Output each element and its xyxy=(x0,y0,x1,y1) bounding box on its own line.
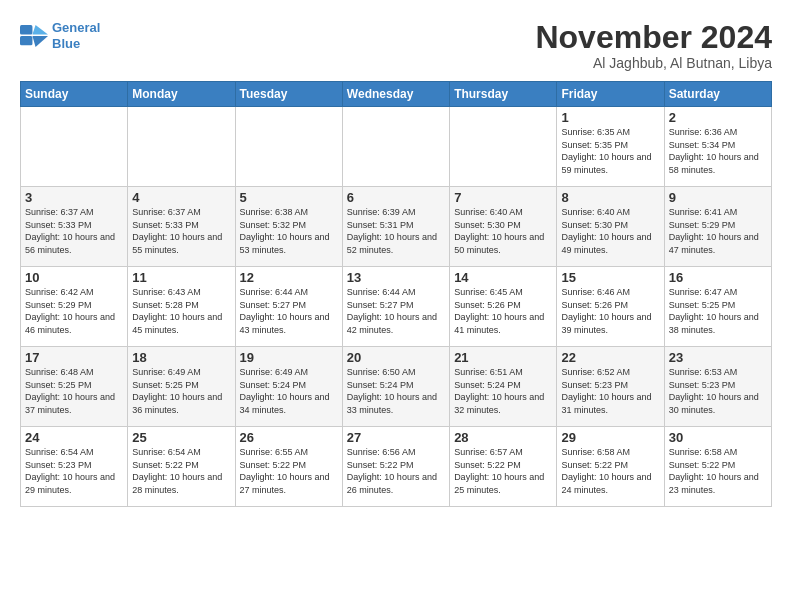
svg-marker-2 xyxy=(32,36,48,47)
day-info: Sunrise: 6:48 AM Sunset: 5:25 PM Dayligh… xyxy=(25,366,123,416)
calendar-cell: 23Sunrise: 6:53 AM Sunset: 5:23 PM Dayli… xyxy=(664,347,771,427)
logo: General Blue xyxy=(20,20,100,51)
day-number: 1 xyxy=(561,110,659,125)
day-number: 22 xyxy=(561,350,659,365)
day-info: Sunrise: 6:43 AM Sunset: 5:28 PM Dayligh… xyxy=(132,286,230,336)
calendar-cell: 16Sunrise: 6:47 AM Sunset: 5:25 PM Dayli… xyxy=(664,267,771,347)
day-number: 17 xyxy=(25,350,123,365)
day-info: Sunrise: 6:47 AM Sunset: 5:25 PM Dayligh… xyxy=(669,286,767,336)
month-title: November 2024 xyxy=(535,20,772,55)
title-block: November 2024 Al Jaghbub, Al Butnan, Lib… xyxy=(535,20,772,71)
day-info: Sunrise: 6:44 AM Sunset: 5:27 PM Dayligh… xyxy=(240,286,338,336)
day-number: 20 xyxy=(347,350,445,365)
calendar-cell: 14Sunrise: 6:45 AM Sunset: 5:26 PM Dayli… xyxy=(450,267,557,347)
day-number: 4 xyxy=(132,190,230,205)
day-number: 18 xyxy=(132,350,230,365)
calendar-cell: 5Sunrise: 6:38 AM Sunset: 5:32 PM Daylig… xyxy=(235,187,342,267)
day-info: Sunrise: 6:45 AM Sunset: 5:26 PM Dayligh… xyxy=(454,286,552,336)
day-info: Sunrise: 6:36 AM Sunset: 5:34 PM Dayligh… xyxy=(669,126,767,176)
day-info: Sunrise: 6:57 AM Sunset: 5:22 PM Dayligh… xyxy=(454,446,552,496)
day-info: Sunrise: 6:58 AM Sunset: 5:22 PM Dayligh… xyxy=(561,446,659,496)
calendar-cell: 2Sunrise: 6:36 AM Sunset: 5:34 PM Daylig… xyxy=(664,107,771,187)
calendar-cell: 10Sunrise: 6:42 AM Sunset: 5:29 PM Dayli… xyxy=(21,267,128,347)
calendar-cell: 20Sunrise: 6:50 AM Sunset: 5:24 PM Dayli… xyxy=(342,347,449,427)
week-row-3: 10Sunrise: 6:42 AM Sunset: 5:29 PM Dayli… xyxy=(21,267,772,347)
calendar-cell: 30Sunrise: 6:58 AM Sunset: 5:22 PM Dayli… xyxy=(664,427,771,507)
calendar-cell: 7Sunrise: 6:40 AM Sunset: 5:30 PM Daylig… xyxy=(450,187,557,267)
weekday-saturday: Saturday xyxy=(664,82,771,107)
day-info: Sunrise: 6:41 AM Sunset: 5:29 PM Dayligh… xyxy=(669,206,767,256)
weekday-tuesday: Tuesday xyxy=(235,82,342,107)
calendar-cell: 1Sunrise: 6:35 AM Sunset: 5:35 PM Daylig… xyxy=(557,107,664,187)
logo-line1: General xyxy=(52,20,100,35)
location-subtitle: Al Jaghbub, Al Butnan, Libya xyxy=(535,55,772,71)
calendar-cell: 4Sunrise: 6:37 AM Sunset: 5:33 PM Daylig… xyxy=(128,187,235,267)
day-number: 24 xyxy=(25,430,123,445)
day-info: Sunrise: 6:52 AM Sunset: 5:23 PM Dayligh… xyxy=(561,366,659,416)
week-row-2: 3Sunrise: 6:37 AM Sunset: 5:33 PM Daylig… xyxy=(21,187,772,267)
day-info: Sunrise: 6:42 AM Sunset: 5:29 PM Dayligh… xyxy=(25,286,123,336)
day-info: Sunrise: 6:40 AM Sunset: 5:30 PM Dayligh… xyxy=(561,206,659,256)
calendar-cell xyxy=(235,107,342,187)
calendar-cell: 29Sunrise: 6:58 AM Sunset: 5:22 PM Dayli… xyxy=(557,427,664,507)
day-number: 19 xyxy=(240,350,338,365)
calendar-cell: 27Sunrise: 6:56 AM Sunset: 5:22 PM Dayli… xyxy=(342,427,449,507)
day-info: Sunrise: 6:54 AM Sunset: 5:23 PM Dayligh… xyxy=(25,446,123,496)
calendar-cell xyxy=(21,107,128,187)
day-number: 21 xyxy=(454,350,552,365)
day-number: 11 xyxy=(132,270,230,285)
day-info: Sunrise: 6:50 AM Sunset: 5:24 PM Dayligh… xyxy=(347,366,445,416)
day-number: 5 xyxy=(240,190,338,205)
day-number: 14 xyxy=(454,270,552,285)
header: General Blue November 2024 Al Jaghbub, A… xyxy=(20,20,772,71)
day-info: Sunrise: 6:38 AM Sunset: 5:32 PM Dayligh… xyxy=(240,206,338,256)
calendar-cell: 15Sunrise: 6:46 AM Sunset: 5:26 PM Dayli… xyxy=(557,267,664,347)
day-info: Sunrise: 6:58 AM Sunset: 5:22 PM Dayligh… xyxy=(669,446,767,496)
calendar-cell: 17Sunrise: 6:48 AM Sunset: 5:25 PM Dayli… xyxy=(21,347,128,427)
day-info: Sunrise: 6:46 AM Sunset: 5:26 PM Dayligh… xyxy=(561,286,659,336)
day-info: Sunrise: 6:37 AM Sunset: 5:33 PM Dayligh… xyxy=(25,206,123,256)
calendar-cell: 28Sunrise: 6:57 AM Sunset: 5:22 PM Dayli… xyxy=(450,427,557,507)
day-info: Sunrise: 6:44 AM Sunset: 5:27 PM Dayligh… xyxy=(347,286,445,336)
page: General Blue November 2024 Al Jaghbub, A… xyxy=(0,0,792,517)
calendar-cell: 24Sunrise: 6:54 AM Sunset: 5:23 PM Dayli… xyxy=(21,427,128,507)
calendar-cell: 3Sunrise: 6:37 AM Sunset: 5:33 PM Daylig… xyxy=(21,187,128,267)
day-number: 16 xyxy=(669,270,767,285)
day-number: 6 xyxy=(347,190,445,205)
day-info: Sunrise: 6:39 AM Sunset: 5:31 PM Dayligh… xyxy=(347,206,445,256)
day-number: 25 xyxy=(132,430,230,445)
calendar-cell: 22Sunrise: 6:52 AM Sunset: 5:23 PM Dayli… xyxy=(557,347,664,427)
day-info: Sunrise: 6:37 AM Sunset: 5:33 PM Dayligh… xyxy=(132,206,230,256)
day-info: Sunrise: 6:53 AM Sunset: 5:23 PM Dayligh… xyxy=(669,366,767,416)
day-number: 23 xyxy=(669,350,767,365)
day-number: 8 xyxy=(561,190,659,205)
day-number: 26 xyxy=(240,430,338,445)
weekday-monday: Monday xyxy=(128,82,235,107)
weekday-wednesday: Wednesday xyxy=(342,82,449,107)
weekday-header-row: SundayMondayTuesdayWednesdayThursdayFrid… xyxy=(21,82,772,107)
calendar-cell: 6Sunrise: 6:39 AM Sunset: 5:31 PM Daylig… xyxy=(342,187,449,267)
svg-rect-0 xyxy=(20,25,32,34)
calendar-cell xyxy=(342,107,449,187)
day-number: 3 xyxy=(25,190,123,205)
logo-line2: Blue xyxy=(52,36,80,51)
calendar-cell xyxy=(128,107,235,187)
day-info: Sunrise: 6:35 AM Sunset: 5:35 PM Dayligh… xyxy=(561,126,659,176)
calendar-cell: 19Sunrise: 6:49 AM Sunset: 5:24 PM Dayli… xyxy=(235,347,342,427)
day-number: 15 xyxy=(561,270,659,285)
calendar-table: SundayMondayTuesdayWednesdayThursdayFrid… xyxy=(20,81,772,507)
svg-marker-3 xyxy=(32,25,48,34)
day-number: 10 xyxy=(25,270,123,285)
logo-text: General Blue xyxy=(52,20,100,51)
day-info: Sunrise: 6:56 AM Sunset: 5:22 PM Dayligh… xyxy=(347,446,445,496)
week-row-5: 24Sunrise: 6:54 AM Sunset: 5:23 PM Dayli… xyxy=(21,427,772,507)
calendar-cell: 8Sunrise: 6:40 AM Sunset: 5:30 PM Daylig… xyxy=(557,187,664,267)
day-info: Sunrise: 6:51 AM Sunset: 5:24 PM Dayligh… xyxy=(454,366,552,416)
day-number: 12 xyxy=(240,270,338,285)
calendar-cell: 12Sunrise: 6:44 AM Sunset: 5:27 PM Dayli… xyxy=(235,267,342,347)
day-info: Sunrise: 6:55 AM Sunset: 5:22 PM Dayligh… xyxy=(240,446,338,496)
weekday-thursday: Thursday xyxy=(450,82,557,107)
day-number: 30 xyxy=(669,430,767,445)
day-number: 29 xyxy=(561,430,659,445)
week-row-4: 17Sunrise: 6:48 AM Sunset: 5:25 PM Dayli… xyxy=(21,347,772,427)
